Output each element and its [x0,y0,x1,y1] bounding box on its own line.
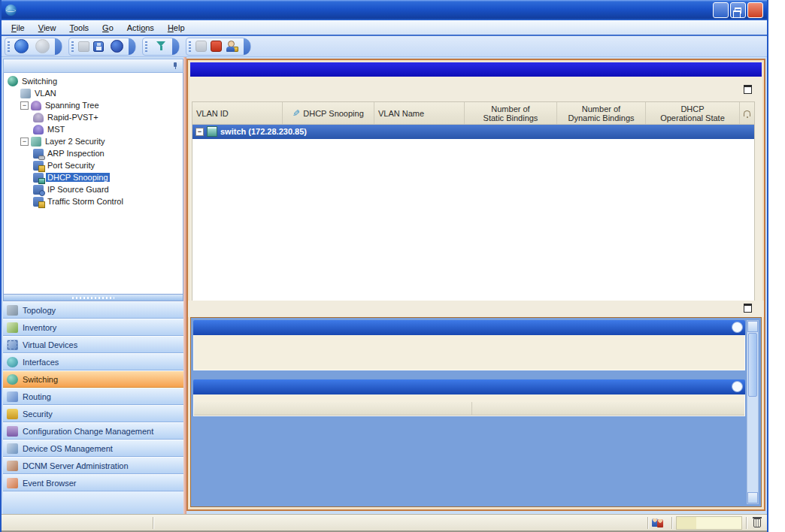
tree-item-label: Port Security [46,161,96,170]
nav-item-event-browser[interactable]: Event Browser [3,474,183,491]
bell-icon [744,110,750,116]
restore-button[interactable] [730,2,746,18]
trust-state-gap [193,394,745,402]
add-icon[interactable] [78,41,89,52]
feature-selector-header [3,59,183,73]
tabs [188,301,764,317]
maximize-pane-icon[interactable] [744,304,752,313]
column-header-interface[interactable] [194,402,472,415]
scroll-down-button[interactable] [747,492,758,503]
tree-item-label: Switching [20,77,59,86]
collapse-expander-icon[interactable]: − [20,101,29,110]
statusbar-separator [647,517,648,529]
power-on-button[interactable] [195,41,207,52]
switching-icon [7,374,18,385]
tree-item-rapid-pvst[interactable]: Rapid-PVST+ [4,111,183,123]
titlebar[interactable] [2,0,767,20]
event-browser-icon [7,478,18,488]
user-lock-icon[interactable] [226,41,238,52]
toolbar-group-view [142,38,180,56]
filter-button[interactable] [156,41,167,52]
statusbar-separator [153,517,153,529]
menu-item-tools[interactable]: Tools [62,22,95,34]
column-header-number-of-dynamic-bindings[interactable]: Number of Dynamic Bindings [557,102,646,124]
tree-item-label: Spanning Tree [44,101,101,110]
breadcrumb [190,62,762,77]
column-header-dhcp-operational-state[interactable]: DHCP Operational State [646,102,740,124]
nav-item-inventory[interactable]: Inventory [3,319,183,336]
nav-item-label: Inventory [23,323,56,332]
column-header-vlan-name[interactable]: VLAN Name [374,102,465,124]
deploy-button[interactable] [93,41,107,52]
toolbar-grip[interactable] [8,41,10,52]
nav-item-switching[interactable]: Switching [3,370,183,388]
device-row[interactable]: −switch (172.28.230.85) [192,125,754,139]
nav-item-security[interactable]: Security [3,405,183,422]
collapse-expander-icon[interactable]: − [195,128,204,136]
panel-splitter[interactable] [3,295,183,301]
column-header-number-of-static-bindings[interactable]: Number of Static Bindings [465,102,557,124]
scroll-up-button[interactable] [747,321,758,332]
tree-item-port-security[interactable]: Port Security [4,159,183,171]
collapse-expander-icon[interactable]: − [20,138,29,146]
tree-item-vlan[interactable]: VLAN [4,87,183,99]
column-header-dhcp-snooping[interactable]: ✎DHCP Snooping [283,102,374,124]
menu-item-go[interactable]: Go [95,22,120,34]
help-button[interactable] [111,40,123,53]
vertical-scrollbar[interactable] [747,320,759,504]
toolbar-grip[interactable] [145,41,147,52]
tree-item-spanning-tree[interactable]: −Spanning Tree [4,99,183,111]
arp-inspection-icon [33,149,44,159]
memory-usage [676,516,742,530]
nav-item-label: Configuration Change Management [23,427,153,436]
pushpin-icon[interactable] [172,62,179,70]
tree-item-ip-source-guard[interactable]: IP Source Guard [4,183,183,195]
trash-icon[interactable] [753,518,761,527]
nav-item-label: Security [23,410,53,419]
nav-item-device-os-management[interactable]: Device OS Management [3,440,183,457]
column-header-vlan-id[interactable]: VLAN ID [192,102,283,124]
tree-item-traffic-storm-control[interactable]: Traffic Storm Control [4,195,183,207]
scrollbar-track[interactable] [747,397,758,492]
tree-item-label: IP Source Guard [46,185,111,194]
nav-item-configuration-change-management[interactable]: Configuration Change Management [3,422,183,440]
tree-item-label: Layer 2 Security [44,137,106,146]
users-icon [652,518,664,527]
tree-item-mst[interactable]: MST [4,123,183,135]
nav-item-dcnm-server-administration[interactable]: DCNM Server Administration [3,457,183,474]
nav-item-topology[interactable]: Topology [3,301,183,319]
splitter-grip [72,297,114,299]
topology-icon [7,305,18,316]
menu-item-file[interactable]: File [5,22,32,34]
tree-item-layer-2-security[interactable]: −Layer 2 Security [4,135,183,147]
power-off-button[interactable] [211,41,222,52]
back-button[interactable] [14,39,32,53]
minimize-button[interactable] [713,2,729,18]
tree-item-dhcp-snooping[interactable]: DHCP Snooping [4,171,183,183]
toolbar-grip[interactable] [71,41,74,52]
vlan-table-rows: −switch (172.28.230.85) [192,125,754,139]
global-settings-header [193,320,745,335]
menubar: FileViewToolsGoActionsHelp [2,20,767,36]
column-header-trust-state[interactable] [472,402,744,415]
toolbar-grip[interactable] [189,41,191,52]
tree-item-switching[interactable]: Switching [4,75,183,87]
menu-item-actions[interactable]: Actions [120,22,161,34]
column-header-label: Number of Dynamic Bindings [568,104,634,122]
navigation-panel: TopologyInventoryVirtual DevicesInterfac… [3,301,183,491]
menu-item-view[interactable]: View [32,22,63,34]
collapse-button[interactable] [732,322,743,333]
close-button[interactable] [747,2,763,18]
nav-item-virtual-devices[interactable]: Virtual Devices [3,336,183,353]
nav-item-routing[interactable]: Routing [3,388,183,405]
nav-item-label: Device OS Management [23,444,113,453]
menu-item-help[interactable]: Help [161,22,192,34]
routing-icon [7,391,18,402]
maximize-pane-icon[interactable] [744,85,752,94]
scrollbar-thumb[interactable] [748,333,757,397]
collapse-button[interactable] [732,381,743,392]
forward-button[interactable] [35,39,50,53]
nav-item-interfaces[interactable]: Interfaces [3,353,183,370]
tree-item-arp-inspection[interactable]: ARP Inspection [4,147,183,159]
trust-state-header [193,379,745,394]
